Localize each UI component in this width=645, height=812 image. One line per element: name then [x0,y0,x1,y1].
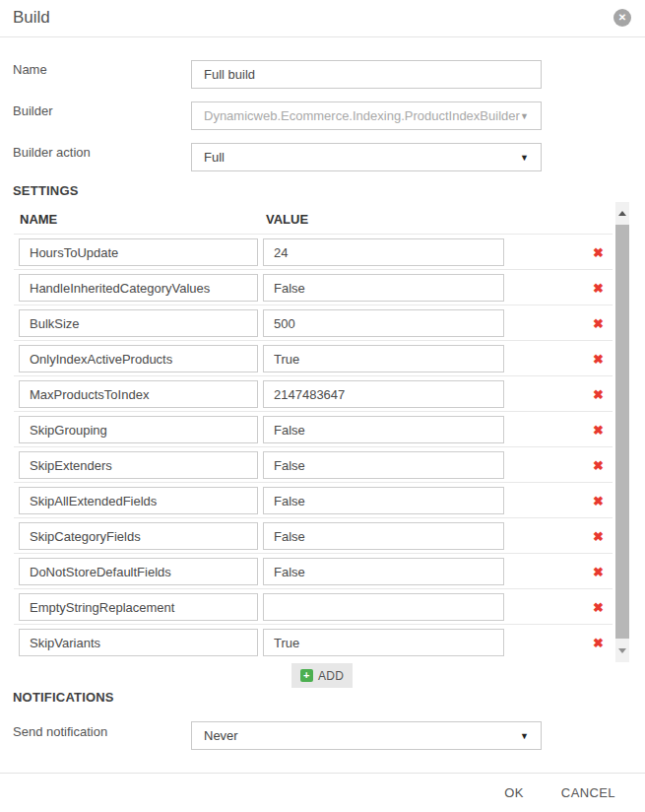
send-notification-select[interactable]: Never ▼ [191,721,542,750]
settings-row: ✖ [14,446,613,482]
triangle-up-icon [618,211,626,216]
setting-value-input[interactable] [263,593,504,621]
settings-row: ✖ [14,304,613,340]
column-header-name: NAME [20,212,57,227]
setting-value-input[interactable] [263,558,504,585]
cancel-button[interactable]: CANCEL [561,785,615,800]
setting-name-input[interactable] [19,238,258,266]
settings-row: ✖ [14,269,613,304]
settings-scrollbar[interactable] [615,202,629,662]
delete-icon[interactable]: ✖ [593,565,604,577]
close-icon[interactable]: ✕ [613,9,631,27]
scroll-down-button[interactable] [615,639,629,662]
settings-section-header: SETTINGS [13,183,79,198]
settings-table: ✖ ✖ ✖ ✖ ✖ ✖ ✖ [0,234,645,659]
settings-row: ✖ [14,234,613,269]
setting-name-input[interactable] [19,593,258,621]
setting-value-input[interactable] [263,487,504,514]
dialog-header: Build ✕ [0,0,645,37]
delete-icon[interactable]: ✖ [593,600,604,613]
ok-button[interactable]: OK [504,785,524,800]
delete-icon[interactable]: ✖ [593,281,604,294]
build-dialog: Build ✕ Name Builder Dynamicweb.Ecommerc… [0,0,645,812]
setting-name-input[interactable] [19,416,258,443]
setting-value-input[interactable] [263,309,504,337]
setting-name-input[interactable] [19,558,258,585]
delete-icon[interactable]: ✖ [593,423,604,436]
setting-value-input[interactable] [263,451,504,479]
setting-name-input[interactable] [19,309,258,337]
notifications-section-header: NOTIFICATIONS [13,690,114,705]
setting-name-input[interactable] [19,487,258,514]
settings-row: ✖ [14,624,613,659]
setting-value-input[interactable] [263,629,504,656]
setting-value-input[interactable] [263,345,504,372]
setting-value-input[interactable] [263,416,504,443]
settings-row: ✖ [14,340,613,375]
builder-action-select-value: Full [204,150,225,165]
triangle-down-icon [618,648,626,653]
chevron-down-icon: ▼ [520,153,529,163]
dialog-footer: OK CANCEL [0,773,645,812]
delete-icon[interactable]: ✖ [593,316,604,329]
setting-name-input[interactable] [19,380,258,408]
setting-name-input[interactable] [19,451,258,479]
add-button[interactable]: + ADD [291,663,353,688]
setting-name-input[interactable] [19,522,258,550]
builder-select-value: Dynamicweb.Ecommerce.Indexing.ProductInd… [204,108,520,123]
setting-value-input[interactable] [263,380,504,408]
delete-icon[interactable]: ✖ [593,458,604,471]
column-header-value: VALUE [266,212,308,227]
settings-row: ✖ [14,411,613,446]
setting-value-input[interactable] [263,274,504,302]
setting-value-input[interactable] [263,238,504,266]
builder-action-label: Builder action [13,145,91,160]
builder-select: Dynamicweb.Ecommerce.Indexing.ProductInd… [191,102,542,130]
delete-icon[interactable]: ✖ [593,245,604,258]
setting-name-input[interactable] [19,629,258,656]
plus-icon: + [300,669,313,682]
send-notification-select-value: Never [204,728,238,743]
setting-name-input[interactable] [19,274,258,302]
scrollbar-thumb[interactable] [615,225,629,639]
settings-row: ✖ [14,517,613,553]
add-button-label: ADD [318,669,344,683]
name-label: Name [13,62,47,77]
dialog-title: Build [13,8,50,28]
settings-row: ✖ [14,482,613,517]
delete-icon[interactable]: ✖ [593,387,604,400]
chevron-down-icon: ▼ [520,731,529,741]
scroll-up-button[interactable] [615,202,629,225]
chevron-down-icon: ▼ [520,111,529,121]
settings-row: ✖ [14,375,613,411]
delete-icon[interactable]: ✖ [593,529,604,542]
builder-action-select[interactable]: Full ▼ [191,143,542,171]
settings-row: ✖ [14,553,613,588]
setting-value-input[interactable] [263,522,504,550]
delete-icon[interactable]: ✖ [593,494,604,507]
send-notification-label: Send notification [13,724,107,739]
builder-label: Builder [13,103,52,118]
setting-name-input[interactable] [19,345,258,372]
delete-icon[interactable]: ✖ [593,352,604,365]
name-input[interactable] [191,60,542,89]
delete-icon[interactable]: ✖ [593,636,604,648]
settings-row: ✖ [14,588,613,624]
